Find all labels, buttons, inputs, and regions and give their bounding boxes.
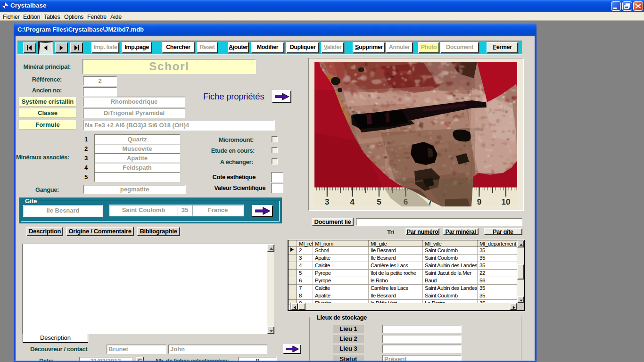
svg-text:5: 5	[377, 197, 381, 206]
svg-text:3: 3	[325, 197, 329, 206]
svg-text:4: 4	[350, 197, 355, 206]
svg-text:10: 10	[502, 197, 511, 206]
svg-text:9: 9	[477, 197, 481, 206]
